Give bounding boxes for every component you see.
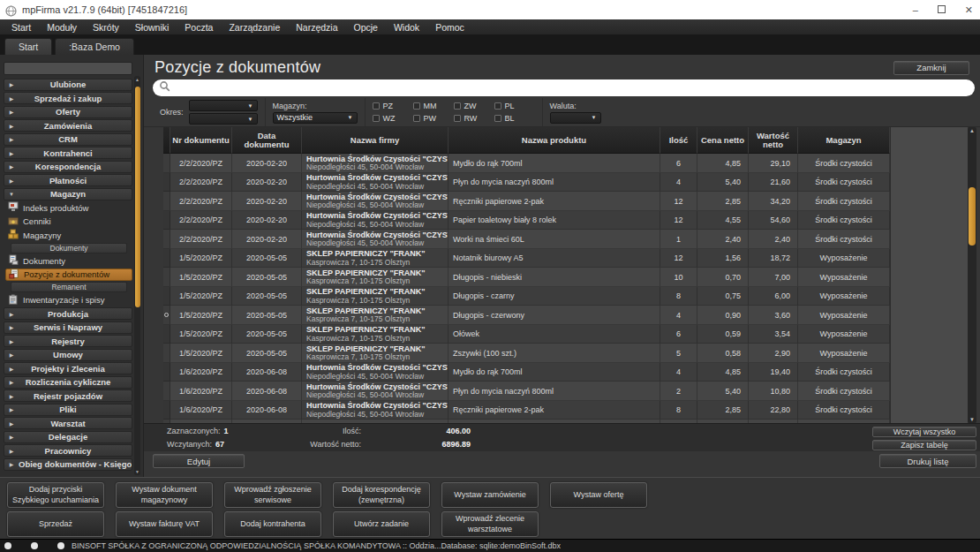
- checkbox-wz[interactable]: WZ: [373, 114, 413, 123]
- menu-item-zarządzanie[interactable]: Zarządzanie: [221, 19, 288, 34]
- magazyn-select[interactable]: Wszystkie▼: [273, 112, 358, 124]
- quick-button-dodaj-korespondencję[interactable]: Dodaj korespondencję (zewnętrzna): [333, 482, 430, 508]
- search-input[interactable]: [153, 79, 975, 96]
- sidebar-item-indeks-produktów[interactable]: Indeks produktów: [5, 201, 132, 214]
- column-header-nazwa-firmy[interactable]: Nazwa firmy: [302, 127, 449, 154]
- checkbox-mm[interactable]: MM: [413, 102, 454, 110]
- sidebar-group-produkcja[interactable]: ▶Produkcja: [4, 307, 132, 320]
- quick-button-wprowadź-zlecenie[interactable]: Wprowadź zlecenie warsztatowe: [441, 511, 539, 537]
- table-row[interactable]: 2/2/2020/PZ2020-02-20Hurtownia Środków C…: [163, 211, 890, 231]
- table-row[interactable]: 1/5/2020/PZ2020-05-05SKLEP PAPIERNICZY "…: [163, 325, 890, 344]
- table-row[interactable]: 2/2/2020/PZ2020-02-20Hurtownia Środków C…: [163, 154, 890, 173]
- sidebar-group-delegacje[interactable]: ▶Delegacje: [4, 431, 132, 443]
- checkbox-rw[interactable]: RW: [454, 114, 494, 123]
- menu-item-start[interactable]: Start: [4, 19, 39, 34]
- column-header-ilość[interactable]: Ilość: [660, 127, 697, 154]
- column-header-magazyn[interactable]: Magazyn: [798, 127, 890, 154]
- sidebar-scroll-thumb[interactable]: [135, 87, 140, 307]
- sidebar-group-pliki[interactable]: ▶Pliki: [4, 404, 132, 416]
- sidebar-group-projekty-i-zlecenia[interactable]: ▶Projekty i Zlecenia: [4, 362, 132, 374]
- sidebar-item-inwentaryzacje-i-spisy[interactable]: Inwentaryzacje i spisy: [5, 294, 132, 306]
- row-selector-cell[interactable]: [163, 192, 170, 211]
- table-row[interactable]: 1/5/2020/PZ2020-05-05SKLEP PAPIERNICZY "…: [163, 344, 890, 363]
- menu-item-moduły[interactable]: Moduły: [39, 19, 85, 34]
- menu-item-widok[interactable]: Widok: [386, 19, 427, 34]
- scroll-down-icon[interactable]: ▼: [968, 417, 976, 422]
- sidebar-group-rozliczenia-cykliczne[interactable]: ▶Rozliczenia cykliczne: [4, 376, 132, 389]
- row-selector-cell[interactable]: [163, 230, 170, 249]
- sidebar-group-oferty[interactable]: ▶Oferty: [4, 106, 132, 118]
- sidebar-group-korespondencja[interactable]: ▶Korespondencja: [4, 161, 132, 173]
- checkbox-box[interactable]: [494, 115, 501, 122]
- quick-button-wystaw-dokument[interactable]: Wystaw dokument magazynowy: [116, 482, 213, 508]
- scroll-up-icon[interactable]: ▲: [134, 77, 140, 82]
- maximize-button[interactable]: [938, 5, 946, 15]
- tab-start[interactable]: Start: [4, 38, 52, 55]
- quick-button-wystaw-zamówienie[interactable]: Wystaw zamówienie: [441, 482, 539, 508]
- row-selector-cell[interactable]: [163, 249, 170, 268]
- quick-button-dodaj-kontrahenta[interactable]: Dodaj kontrahenta: [224, 511, 321, 537]
- quick-button-wystaw-fakturę-vat[interactable]: Wystaw fakturę VAT: [116, 511, 213, 537]
- column-header-cena-netto[interactable]: Cena netto: [697, 127, 749, 154]
- table-row[interactable]: 2/2/2020/PZ2020-02-20Hurtownia Środków C…: [163, 230, 890, 249]
- menu-item-opcje[interactable]: Opcje: [346, 19, 386, 34]
- checkbox-bl[interactable]: BL: [494, 114, 535, 123]
- checkbox-box[interactable]: [413, 102, 420, 110]
- scroll-down-icon[interactable]: ▼: [134, 469, 140, 474]
- sidebar-section-remanent[interactable]: Remanent: [11, 282, 127, 292]
- quick-button-wystaw-ofertę[interactable]: Wystaw ofertę: [550, 482, 647, 508]
- checkbox-box[interactable]: [373, 115, 380, 122]
- sidebar-group-ulubione[interactable]: ▶Ulubione: [4, 79, 132, 91]
- menu-item-pomoc[interactable]: Pomoc: [427, 19, 472, 34]
- row-selector-cell[interactable]: [163, 344, 170, 363]
- checkbox-box[interactable]: [454, 102, 461, 110]
- sidebar-item-magazyny[interactable]: Magazyny: [5, 229, 132, 241]
- checkbox-pw[interactable]: PW: [413, 114, 454, 123]
- print-list-button[interactable]: Drukuj listę: [879, 454, 976, 468]
- sidebar-group-rejestry[interactable]: ▶Rejestry: [4, 335, 132, 347]
- row-selector-cell[interactable]: [163, 325, 170, 344]
- table-row[interactable]: 1/6/2020/PZ2020-06-08Hurtownia Środków C…: [163, 363, 890, 382]
- sidebar-group-płatności[interactable]: ▶Płatności: [4, 174, 132, 186]
- checkbox-pz[interactable]: PZ: [373, 102, 413, 110]
- table-row[interactable]: 2/2/2020/PZ2020-02-20Hurtownia Środków C…: [163, 173, 890, 193]
- table-row[interactable]: 1/6/2020/PZ2020-06-08Hurtownia Środków C…: [163, 382, 890, 401]
- sidebar-group-rejestr-pojazdów[interactable]: ▶Rejestr pojazdów: [4, 389, 132, 402]
- tab-baza-demo[interactable]: :Baza Demo: [55, 38, 134, 55]
- checkbox-box[interactable]: [373, 102, 380, 110]
- sidebar-group-warsztat[interactable]: ▶Warsztat: [4, 417, 132, 429]
- checkbox-box[interactable]: [494, 102, 501, 110]
- save-table-button[interactable]: Zapisz tabelę: [872, 440, 976, 450]
- menu-item-narzędzia[interactable]: Narzędzia: [288, 19, 345, 34]
- quick-button-dodaj-przyciski[interactable]: Dodaj przyciski Szybkiego uruchamiania: [7, 482, 104, 508]
- row-selector-cell[interactable]: [163, 382, 170, 401]
- close-window-button[interactable]: ✕: [965, 5, 973, 15]
- column-header-data-dokumentu[interactable]: Data dokumentu: [232, 127, 302, 154]
- sidebar-group-serwis-i-naprawy[interactable]: ▶Serwis i Naprawy: [4, 321, 132, 334]
- sidebar-group-crm[interactable]: ▶CRM: [4, 133, 132, 146]
- sidebar-item-cenniki[interactable]: Cenniki: [5, 216, 132, 228]
- quick-button-sprzedaż[interactable]: Sprzedaż: [7, 511, 104, 537]
- minimize-button[interactable]: –: [913, 5, 918, 15]
- row-selector-cell[interactable]: [163, 173, 170, 193]
- sidebar-group-umowy[interactable]: ▶Umowy: [4, 349, 132, 361]
- column-header-wartość-netto[interactable]: Wartość netto: [749, 127, 798, 154]
- table-row[interactable]: 2/2/2020/PZ2020-02-20Hurtownia Środków C…: [163, 192, 890, 211]
- okres-to-select[interactable]: ▼: [189, 113, 258, 125]
- checkbox-pl[interactable]: PL: [494, 102, 535, 110]
- row-selector-cell[interactable]: [163, 306, 170, 325]
- row-selector-cell[interactable]: [163, 211, 170, 231]
- checkbox-box[interactable]: [454, 115, 461, 122]
- menu-item-skróty[interactable]: Skróty: [85, 19, 127, 34]
- sidebar-group-magazyn[interactable]: ▼Magazyn: [4, 188, 132, 200]
- close-view-button[interactable]: Zamknij: [893, 61, 969, 75]
- quick-button-utwórz-zadanie[interactable]: Utwórz zadanie: [333, 511, 430, 537]
- scroll-up-icon[interactable]: ▲: [968, 128, 976, 133]
- waluta-select[interactable]: ▼: [550, 112, 601, 124]
- table-scroll-thumb[interactable]: [969, 187, 976, 246]
- column-header-nazwa-produktu[interactable]: Nazwa produktu: [449, 127, 660, 154]
- checkbox-zw[interactable]: ZW: [454, 102, 494, 110]
- edit-button[interactable]: Edytuj: [153, 454, 245, 468]
- row-selector-cell[interactable]: [163, 363, 170, 382]
- sidebar-group-zamówienia[interactable]: ▶Zamówienia: [4, 119, 132, 132]
